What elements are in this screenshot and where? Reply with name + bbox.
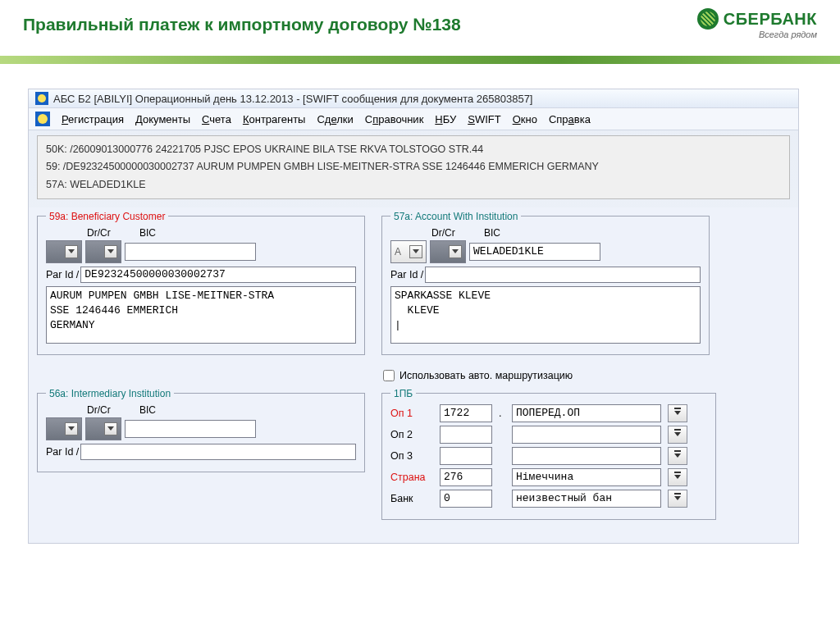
fieldset-1pb: 1ПБ Оп 1 . Оп 2 [381,388,716,520]
input-op1-text[interactable] [512,404,661,422]
input-57a-bic[interactable] [469,243,600,261]
lookup-icon [674,411,681,415]
chevron-down-icon [65,422,78,435]
page-title: Правильный платеж к импортному договору … [23,8,461,34]
label-country: Страна [390,472,433,483]
swift-message-box: 50K: /26009013000776 24221705 PJSC EPOS … [37,135,790,199]
combo-59a-type[interactable] [46,240,82,263]
input-bank-code[interactable] [440,490,492,508]
label-bic: BIC [484,227,701,239]
combo-57a-drcr[interactable] [430,240,466,263]
combo-56a-type[interactable] [46,417,82,440]
lookup-op2[interactable] [668,426,687,444]
menu-reference[interactable]: Справочник [365,113,424,125]
label-op1: Оп 1 [390,408,433,419]
lookup-country[interactable] [668,468,687,486]
legend-56a: 56a: Intermediary Institution [46,388,174,399]
sberbank-logo: СБЕРБАНК Всегда рядом [697,8,817,39]
lookup-op1[interactable] [668,404,687,422]
label-op3: Оп 3 [390,450,433,462]
input-country-code[interactable] [440,468,492,486]
input-op3-code[interactable] [440,447,492,465]
chevron-down-icon [449,245,462,258]
label-parid: Par Id / [390,269,423,280]
menu-registration[interactable]: РРегистрацияегистрация [62,113,124,125]
lookup-icon [674,475,681,479]
lookup-icon [674,496,681,500]
menu-documents[interactable]: Документы [135,113,190,125]
legend-57a: 57a: Account With Institution [390,211,521,222]
menubar: РРегистрацияегистрация Документы Счета К… [29,108,798,130]
label-drcr: Dr/Cr [87,227,136,239]
divider-strip [0,56,840,64]
chevron-down-icon [104,245,117,258]
menu-accounts[interactable]: Счета [202,113,231,125]
label-op2: Оп 2 [390,429,433,440]
combo-59a-drcr[interactable] [85,240,121,263]
menu-help[interactable]: Справка [549,113,591,125]
input-59a-bic[interactable] [125,243,256,261]
lookup-op3[interactable] [668,447,687,465]
lookup-icon [674,432,681,436]
chevron-down-icon [409,245,422,258]
input-56a-bic[interactable] [125,420,256,438]
chevron-down-icon [104,422,117,435]
swift-line-59: 59: /DE92324500000030002737 AURUM PUMPEN… [46,158,781,175]
menu-swift[interactable]: SWIFT [468,113,500,125]
label-bank: Банк [390,493,433,504]
app-icon [35,92,48,105]
input-59a-parid[interactable] [80,267,356,283]
lookup-bank[interactable] [668,490,687,508]
swift-line-57a: 57A: WELADED1KLE [46,176,781,194]
input-bank-text[interactable] [512,490,661,508]
checkbox-auto-routing[interactable] [383,370,395,381]
input-op1-code[interactable] [440,404,492,422]
label-parid: Par Id / [46,446,79,458]
legend-59a: 59a: Beneficiary Customer [46,211,168,222]
label-drcr: Dr/Cr [431,227,481,239]
fieldset-56a: 56a: Intermediary Institution Dr/Cr BIC … [37,388,365,472]
menu-nbu[interactable]: НБУ [435,113,456,125]
app-menu-icon[interactable] [35,112,50,126]
label-bic: BIC [139,227,356,239]
chevron-down-icon [65,245,78,258]
textarea-57a-body[interactable] [390,286,701,344]
combo-57a-type[interactable]: A [390,240,427,263]
titlebar: АБС Б2 [ABILYI] Операционный день 13.12.… [29,89,798,108]
swift-line-50k: 50K: /26009013000776 24221705 PJSC EPOS … [46,141,781,158]
input-56a-parid[interactable] [80,444,356,460]
input-op3-text[interactable] [512,447,661,465]
combo-56a-drcr[interactable] [85,417,121,440]
input-op2-text[interactable] [512,426,661,444]
menu-counterparties[interactable]: Контрагенты [243,113,306,125]
brand-name: СБЕРБАНК [724,10,817,29]
window-title: АБС Б2 [ABILYI] Операционный день 13.12.… [53,93,532,105]
app-window: АБС Б2 [ABILYI] Операционный день 13.12.… [28,89,799,544]
input-57a-parid[interactable] [425,267,701,283]
textarea-59a-body[interactable] [46,286,356,344]
legend-1pb: 1ПБ [390,388,416,399]
input-country-text[interactable] [512,468,661,486]
brand-tagline: Всегда рядом [697,30,817,39]
sberbank-icon [697,8,719,30]
input-op2-code[interactable] [440,426,492,444]
label-drcr: Dr/Cr [87,404,136,416]
label-bic: BIC [139,404,356,416]
menu-deals[interactable]: Сделки [317,113,353,125]
label-parid: Par Id / [46,269,79,280]
lookup-icon [674,454,681,458]
menu-window[interactable]: Окно [513,113,537,125]
label-auto-routing: Использовать авто. маршрутизацию [399,370,573,381]
fieldset-57a: 57a: Account With Institution Dr/Cr BIC … [381,211,710,355]
fieldset-59a: 59a: Beneficiary Customer Dr/Cr BIC Par … [37,211,365,355]
